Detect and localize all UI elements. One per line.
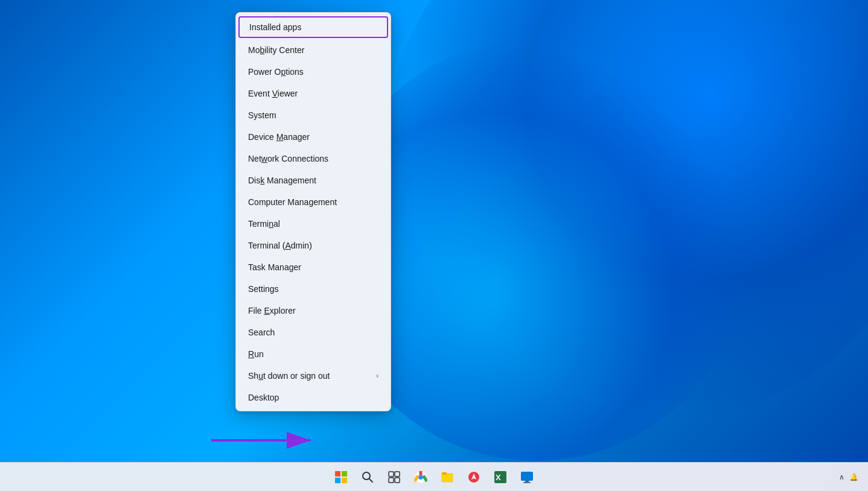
menu-item-label: Terminal (248, 219, 280, 229)
menu-item-label: Task Manager (248, 262, 301, 272)
taskbar-app1-button[interactable] (462, 465, 486, 489)
menu-item-power-options[interactable]: Power Options (236, 61, 391, 83)
menu-item-system[interactable]: System (236, 104, 391, 126)
menu-item-label: Run (248, 349, 264, 359)
app1-icon (467, 470, 480, 484)
menu-item-label: Shut down or sign out (248, 371, 330, 381)
submenu-chevron-icon: › (376, 372, 378, 380)
system-tray: ∧ 🔔 (839, 473, 858, 481)
menu-item-label: Mobility Center (248, 45, 304, 55)
rdp-icon (520, 470, 534, 484)
menu-item-terminal[interactable]: Terminal (236, 213, 391, 235)
menu-item-computer-management[interactable]: Computer Management (236, 191, 391, 213)
menu-item-search[interactable]: Search (236, 322, 391, 343)
desktop: Installed apps Mobility Center Power Opt… (0, 0, 868, 491)
svg-rect-2 (335, 471, 340, 477)
excel-icon: X (494, 470, 507, 484)
windows-logo-icon (335, 471, 347, 483)
file-explorer-button[interactable] (435, 465, 459, 489)
menu-item-label: Installed apps (249, 22, 301, 32)
menu-item-label: Power Options (248, 67, 304, 77)
menu-item-run[interactable]: Run (236, 343, 391, 365)
menu-item-label: Search (248, 328, 275, 337)
svg-point-14 (419, 475, 423, 479)
menu-item-disk-management[interactable]: Disk Management (236, 169, 391, 191)
svg-line-7 (369, 479, 372, 482)
menu-item-label: Disk Management (248, 176, 316, 185)
menu-item-desktop[interactable]: Desktop (236, 387, 391, 408)
arrow-icon (205, 425, 326, 455)
menu-item-label: Computer Management (248, 197, 337, 207)
svg-rect-24 (523, 482, 531, 483)
wallpaper (0, 0, 868, 491)
menu-item-settings[interactable]: Settings (236, 278, 391, 300)
file-explorer-icon (441, 470, 454, 484)
svg-rect-8 (389, 472, 394, 477)
svg-point-6 (363, 472, 370, 480)
svg-rect-22 (521, 472, 533, 481)
excel-button[interactable]: X (488, 465, 512, 489)
menu-item-file-explorer[interactable]: File Explorer (236, 300, 391, 322)
chrome-button[interactable] (409, 465, 433, 489)
chrome-icon (414, 470, 427, 484)
start-button[interactable] (329, 465, 353, 489)
system-tray-chevron[interactable]: ∧ (839, 473, 844, 481)
svg-rect-5 (342, 478, 347, 483)
menu-item-label: File Explorer (248, 306, 296, 315)
menu-item-terminal-admin[interactable]: Terminal (Admin) (236, 235, 391, 256)
svg-rect-10 (389, 478, 394, 483)
task-view-icon (388, 471, 400, 483)
taskbar-icons: X (329, 465, 539, 489)
menu-item-label: Settings (248, 284, 279, 294)
svg-rect-3 (342, 471, 347, 477)
search-icon (362, 471, 374, 483)
menu-item-label: Network Connections (248, 154, 328, 163)
arrow-annotation (205, 425, 326, 458)
menu-item-label: Terminal (Admin) (248, 241, 312, 250)
svg-rect-15 (442, 474, 453, 482)
taskbar: X ∧ 🔔 (0, 462, 868, 491)
menu-item-mobility-center[interactable]: Mobility Center (236, 39, 391, 61)
svg-text:X: X (496, 473, 501, 482)
svg-rect-4 (335, 478, 340, 483)
menu-item-shut-down[interactable]: Shut down or sign out › (236, 365, 391, 387)
menu-item-label: Event Viewer (248, 89, 298, 98)
notification-icon[interactable]: 🔔 (849, 473, 858, 481)
svg-rect-9 (395, 472, 400, 477)
context-menu: Installed apps Mobility Center Power Opt… (235, 12, 391, 411)
taskbar-search-button[interactable] (356, 465, 380, 489)
menu-item-network-connections[interactable]: Network Connections (236, 148, 391, 169)
menu-item-task-manager[interactable]: Task Manager (236, 256, 391, 278)
menu-item-label: Device Manager (248, 132, 310, 142)
menu-item-label: System (248, 110, 276, 120)
menu-item-label: Desktop (248, 393, 279, 402)
svg-rect-11 (395, 478, 400, 483)
rdp-button[interactable] (515, 465, 539, 489)
task-view-button[interactable] (382, 465, 406, 489)
menu-item-event-viewer[interactable]: Event Viewer (236, 83, 391, 104)
menu-item-installed-apps[interactable]: Installed apps (238, 16, 388, 38)
menu-item-device-manager[interactable]: Device Manager (236, 126, 391, 148)
